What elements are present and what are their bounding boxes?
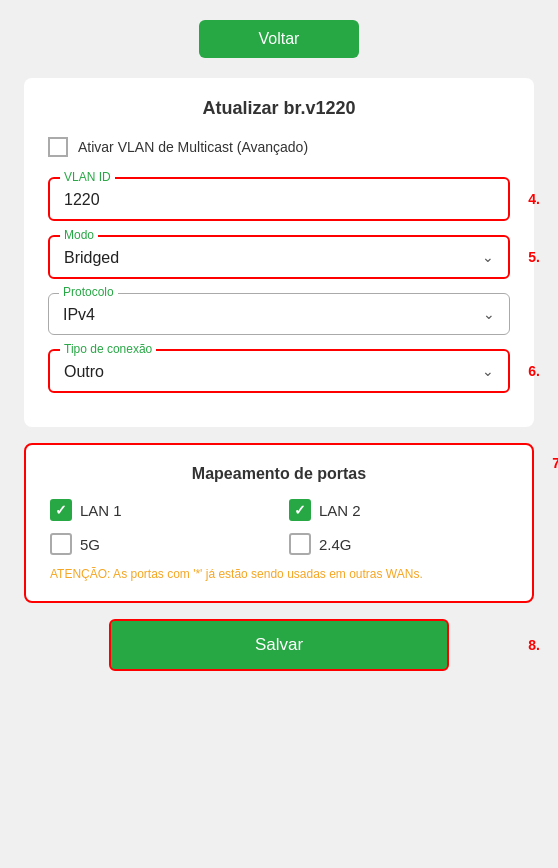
annotation-5: 5. bbox=[528, 249, 540, 265]
protocol-label: Protocolo bbox=[59, 285, 118, 299]
annotation-7: 7. bbox=[552, 455, 558, 471]
connection-type-chevron-icon: ⌄ bbox=[482, 363, 494, 379]
form-card: Atualizar br.v1220 Ativar VLAN de Multic… bbox=[24, 78, 534, 427]
mode-value: Bridged bbox=[64, 247, 119, 267]
annotation-4: 4. bbox=[528, 191, 540, 207]
multicast-checkbox-label: Ativar VLAN de Multicast (Avançado) bbox=[78, 139, 308, 155]
mode-chevron-icon: ⌄ bbox=[482, 249, 494, 265]
port-label-lan2: LAN 2 bbox=[319, 502, 361, 519]
port-label-24g: 2.4G bbox=[319, 536, 352, 553]
port-item-lan2[interactable]: LAN 2 bbox=[289, 499, 508, 521]
port-item-lan1[interactable]: LAN 1 bbox=[50, 499, 269, 521]
protocol-select[interactable]: IPv4 ⌄ bbox=[63, 304, 495, 324]
annotation-6: 6. bbox=[528, 363, 540, 379]
port-checkbox-lan2[interactable] bbox=[289, 499, 311, 521]
port-mapping-warning: ATENÇÃO: As portas com '*' já estão send… bbox=[50, 567, 508, 581]
save-button-wrapper: Salvar 8. bbox=[24, 619, 534, 671]
save-button[interactable]: Salvar bbox=[109, 619, 449, 671]
connection-type-select[interactable]: Outro ⌄ bbox=[64, 361, 494, 381]
back-button[interactable]: Voltar bbox=[199, 20, 360, 58]
vlan-id-field[interactable]: VLAN ID 1220 bbox=[48, 177, 510, 221]
connection-type-field[interactable]: Tipo de conexão Outro ⌄ bbox=[48, 349, 510, 393]
protocol-chevron-icon: ⌄ bbox=[483, 306, 495, 322]
connection-type-label: Tipo de conexão bbox=[60, 342, 156, 356]
multicast-checkbox-row[interactable]: Ativar VLAN de Multicast (Avançado) bbox=[48, 137, 510, 157]
mode-label: Modo bbox=[60, 228, 98, 242]
protocol-value: IPv4 bbox=[63, 304, 95, 324]
vlan-id-value: 1220 bbox=[64, 189, 494, 209]
mode-select[interactable]: Bridged ⌄ bbox=[64, 247, 494, 267]
port-mapping-title: Mapeamento de portas bbox=[50, 465, 508, 483]
port-grid: LAN 1 LAN 2 5G 2.4G bbox=[50, 499, 508, 555]
mode-field[interactable]: Modo Bridged ⌄ bbox=[48, 235, 510, 279]
vlan-id-label: VLAN ID bbox=[60, 170, 115, 184]
form-card-title: Atualizar br.v1220 bbox=[48, 98, 510, 119]
port-checkbox-24g[interactable] bbox=[289, 533, 311, 555]
port-label-lan1: LAN 1 bbox=[80, 502, 122, 519]
port-checkbox-5g[interactable] bbox=[50, 533, 72, 555]
port-label-5g: 5G bbox=[80, 536, 100, 553]
port-checkbox-lan1[interactable] bbox=[50, 499, 72, 521]
port-mapping-card: Mapeamento de portas LAN 1 LAN 2 5G bbox=[24, 443, 534, 603]
protocol-field[interactable]: Protocolo IPv4 ⌄ bbox=[48, 293, 510, 335]
connection-type-value: Outro bbox=[64, 361, 104, 381]
port-item-24g[interactable]: 2.4G bbox=[289, 533, 508, 555]
multicast-checkbox[interactable] bbox=[48, 137, 68, 157]
port-item-5g[interactable]: 5G bbox=[50, 533, 269, 555]
annotation-8: 8. bbox=[528, 637, 540, 653]
